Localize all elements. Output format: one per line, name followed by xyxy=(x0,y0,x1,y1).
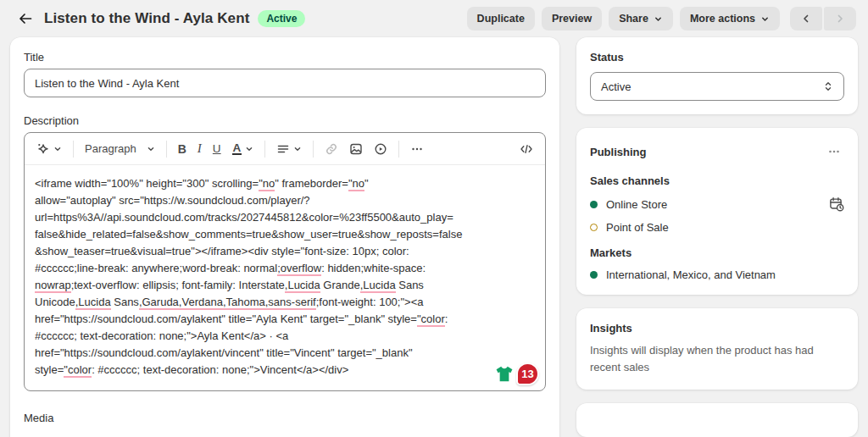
status-card-title: Status xyxy=(590,51,844,64)
chevron-up-down-icon xyxy=(823,80,833,92)
next-card xyxy=(576,403,858,437)
ai-assistant-button[interactable] xyxy=(31,137,67,161)
product-details-card: Title Description Paragraph xyxy=(10,37,559,437)
description-editor: Paragraph B I U A xyxy=(24,132,546,391)
insert-image-button[interactable] xyxy=(344,137,368,161)
editor-content[interactable]: <iframe width="100%" height="300" scroll… xyxy=(25,165,545,390)
tshirt-extension-icon[interactable] xyxy=(495,365,514,383)
sales-channel-row: Point of Sale xyxy=(590,221,844,234)
inactive-indicator xyxy=(590,224,598,231)
active-indicator xyxy=(590,271,598,279)
preview-button[interactable]: Preview xyxy=(542,7,602,30)
chevron-down-icon xyxy=(293,145,302,153)
chevron-down-icon xyxy=(760,14,770,24)
insert-video-button[interactable] xyxy=(369,137,392,161)
title-label: Title xyxy=(24,51,546,64)
ellipsis-icon xyxy=(410,142,424,156)
alignment-button[interactable] xyxy=(271,137,307,161)
page-header: Listen to the Wind - Ayla Kent Active Du… xyxy=(0,0,868,37)
status-select[interactable]: Active xyxy=(590,72,844,101)
insights-card: Insights Insights will display when the … xyxy=(576,308,858,390)
chevron-down-icon xyxy=(654,14,663,24)
ellipsis-icon xyxy=(827,145,841,158)
market-label: International, Mexico, and Vietnam xyxy=(606,268,776,281)
bold-button[interactable]: B xyxy=(173,137,192,161)
toolbar-divider xyxy=(398,141,399,158)
markets-label: Markets xyxy=(590,246,844,259)
extension-count-badge[interactable]: 13 xyxy=(516,362,539,385)
market-row: International, Mexico, and Vietnam xyxy=(590,268,844,281)
previous-product-button[interactable] xyxy=(790,7,822,30)
publishing-card: Publishing Sales channels Online Store P… xyxy=(576,128,858,295)
calendar-clock-icon[interactable] xyxy=(829,196,844,212)
insights-empty-text: Insights will display when the product h… xyxy=(590,342,843,376)
chevron-right-icon xyxy=(835,14,845,24)
underline-button[interactable]: U xyxy=(208,137,226,161)
next-product-button xyxy=(824,7,856,30)
page-content: Title Description Paragraph xyxy=(0,37,868,437)
chevron-down-icon xyxy=(245,145,253,153)
channel-label: Online Store xyxy=(606,198,667,211)
product-pagination xyxy=(790,7,856,30)
image-icon xyxy=(349,142,363,156)
text-color-button[interactable]: A xyxy=(227,137,259,161)
status-select-value: Active xyxy=(601,80,631,93)
active-indicator xyxy=(590,201,598,208)
extension-overlay: 13 xyxy=(495,362,539,385)
video-play-icon xyxy=(374,142,387,156)
duplicate-button[interactable]: Duplicate xyxy=(467,7,535,30)
insights-card-title: Insights xyxy=(590,322,844,335)
sparkle-icon xyxy=(36,142,50,156)
description-label: Description xyxy=(24,114,546,127)
share-button[interactable]: Share xyxy=(609,7,673,30)
show-html-button[interactable] xyxy=(515,137,538,161)
editor-toolbar: Paragraph B I U A xyxy=(25,133,545,165)
chevron-down-icon xyxy=(147,145,155,153)
toolbar-divider xyxy=(313,141,314,158)
more-actions-button[interactable]: More actions xyxy=(680,7,780,30)
code-icon xyxy=(520,142,533,156)
publishing-menu-button[interactable] xyxy=(824,141,844,162)
more-formatting-button[interactable] xyxy=(405,137,429,161)
sales-channel-row: Online Store xyxy=(590,196,844,212)
sales-channels-label: Sales channels xyxy=(590,174,844,187)
chevron-left-icon xyxy=(801,14,811,24)
channel-label: Point of Sale xyxy=(606,221,669,234)
paragraph-style-button[interactable]: Paragraph xyxy=(80,137,160,161)
toolbar-divider xyxy=(166,141,167,158)
arrow-left-icon xyxy=(18,11,33,26)
sidebar-column: Status Active Publishing Sales channels xyxy=(576,37,858,437)
link-icon xyxy=(325,142,338,156)
chevron-down-icon xyxy=(53,145,62,153)
publishing-card-title: Publishing xyxy=(590,146,646,158)
italic-button[interactable]: I xyxy=(192,137,207,161)
page-title: Listen to the Wind - Ayla Kent xyxy=(44,10,249,27)
toolbar-divider xyxy=(264,141,265,158)
main-column: Title Description Paragraph xyxy=(10,37,559,437)
status-badge: Active xyxy=(258,10,305,27)
align-left-icon xyxy=(276,142,290,156)
status-card: Status Active xyxy=(576,37,858,114)
toolbar-divider xyxy=(73,141,74,158)
back-button[interactable] xyxy=(14,7,37,30)
link-button xyxy=(320,137,343,161)
media-label: Media xyxy=(24,412,546,424)
header-actions: Duplicate Preview Share More actions xyxy=(467,7,856,30)
title-input[interactable] xyxy=(24,69,546,97)
